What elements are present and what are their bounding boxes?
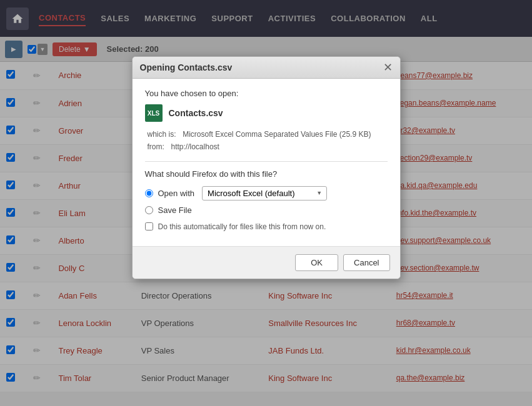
dialog-close-button[interactable]: ✕ bbox=[383, 62, 393, 73]
save-file-radio[interactable] bbox=[145, 206, 153, 214]
file-open-dialog: Opening Contacts.csv ✕ You have chosen t… bbox=[132, 56, 401, 279]
open-with-option: Open with Microsoft Excel (default) bbox=[145, 186, 388, 201]
cancel-button[interactable]: Cancel bbox=[343, 254, 389, 271]
dialog-footer: OK Cancel bbox=[133, 246, 400, 279]
dialog-divider bbox=[145, 161, 388, 162]
file-name: Contacts.csv bbox=[169, 108, 223, 118]
auto-checkbox[interactable] bbox=[145, 222, 153, 230]
ok-button[interactable]: OK bbox=[295, 254, 338, 271]
open-with-label: Open with bbox=[158, 189, 195, 198]
radio-group: Open with Microsoft Excel (default) Save… bbox=[145, 186, 388, 215]
dialog-body: You have chosen to open: XLS Contacts.cs… bbox=[133, 79, 400, 246]
save-file-option: Save File bbox=[145, 205, 388, 215]
save-file-label: Save File bbox=[158, 205, 192, 215]
open-with-radio[interactable] bbox=[145, 189, 153, 197]
file-type-icon: XLS bbox=[145, 104, 163, 122]
auto-label: Do this automatically for files like thi… bbox=[158, 222, 326, 231]
question-text: What should Firefox do with this file? bbox=[145, 169, 388, 179]
auto-checkbox-option: Do this automatically for files like thi… bbox=[145, 222, 388, 231]
file-meta: which is: Microsoft Excel Comma Separate… bbox=[145, 128, 388, 154]
open-text: You have chosen to open: bbox=[145, 89, 388, 98]
dialog-title: Opening Contacts.csv bbox=[140, 62, 233, 72]
dialog-overlay: Opening Contacts.csv ✕ You have chosen t… bbox=[0, 0, 532, 406]
page: CONTACTS SALES MARKETING SUPPORT ACTIVIT… bbox=[0, 0, 532, 406]
app-select-wrapper: Microsoft Excel (default) bbox=[199, 186, 327, 201]
file-info: XLS Contacts.csv bbox=[145, 104, 388, 122]
dialog-titlebar: Opening Contacts.csv ✕ bbox=[133, 57, 400, 79]
app-select[interactable]: Microsoft Excel (default) bbox=[202, 186, 327, 201]
